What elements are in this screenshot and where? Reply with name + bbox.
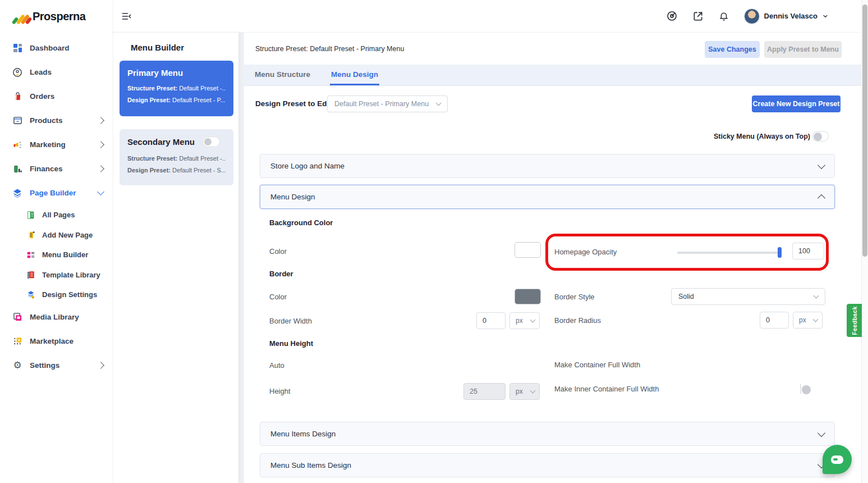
slider-handle[interactable] [778, 247, 782, 258]
save-changes-button[interactable]: Save Changes [705, 41, 760, 58]
menu-height-heading: Menu Height [269, 339, 313, 348]
page-builder-icon [12, 188, 22, 198]
sidebar-item-label: Leads [30, 68, 103, 76]
sidebar-item-dashboard[interactable]: Dashboard [0, 36, 112, 60]
panel-title: Menu Builder [112, 33, 238, 52]
border-style-select[interactable]: Solid [671, 288, 825, 305]
design-settings-icon [26, 290, 35, 299]
sticky-menu-label: Sticky Menu (Always on Top) [714, 133, 810, 140]
add-new-page-icon [26, 230, 35, 240]
notifications-bell-icon[interactable] [718, 11, 729, 22]
container-full-width-label: Make Container Full Width [554, 361, 640, 369]
sidebar-item-label: Marketing [30, 140, 91, 149]
homepage-opacity-input[interactable] [792, 243, 824, 259]
border-heading: Border [269, 270, 293, 278]
chevron-down-icon [436, 101, 442, 106]
design-preset-select[interactable]: Default Preset - Primary Menu [327, 95, 448, 112]
accordion-menu-sub-items-design[interactable]: Menu Sub Items Design [260, 453, 835, 477]
height-input[interactable] [463, 383, 506, 400]
accordion-menu-items-design[interactable]: Menu Items Design [260, 422, 835, 446]
topbar: Dennis Velasco [112, 0, 868, 33]
background-color-heading: Background Color [269, 218, 333, 227]
sidebar-item-label: Orders [30, 92, 103, 101]
sticky-menu-toggle[interactable] [812, 131, 829, 142]
scrollbar-track[interactable] [861, 0, 868, 483]
goals-icon[interactable] [666, 10, 678, 22]
sidebar-item-label: Settings [30, 361, 91, 370]
chevron-down-icon [530, 317, 536, 323]
sidebar-item-add-new-page[interactable]: Add New Page [0, 225, 112, 245]
border-width-input[interactable] [476, 312, 506, 329]
sidebar-item-label: Products [30, 116, 91, 125]
sidebar-item-label: Design Settings [42, 290, 103, 299]
user-name: Dennis Velasco [764, 12, 818, 20]
border-color-label: Color [269, 293, 287, 301]
sidebar-item-marketing[interactable]: Marketing [0, 133, 112, 157]
sidebar-item-template-library[interactable]: Template Library [0, 265, 112, 285]
brand-logo-icon [11, 9, 28, 24]
chat-widget-button[interactable] [823, 445, 852, 474]
border-radius-label: Border Radius [554, 316, 601, 325]
sidebar-item-label: Finances [30, 165, 91, 173]
secondary-menu-card[interactable]: Secondary Menu Structure Preset: Default… [120, 129, 233, 185]
accordion-store-logo[interactable]: Store Logo and Name [260, 154, 835, 178]
inner-container-full-width-label: Make Inner Container Full Width [554, 385, 659, 393]
design-preset-label: Design Preset to Edit [255, 99, 332, 108]
finances-icon [12, 164, 22, 174]
secondary-structure-preset: Structure Preset: Default Preset -... [127, 153, 226, 165]
chat-icon [831, 455, 843, 464]
accordion-menu-design[interactable]: Menu Design [260, 185, 835, 209]
marketplace-icon [12, 336, 22, 346]
background-color-label: Color [269, 247, 287, 256]
sidebar-collapse-button[interactable] [121, 11, 132, 22]
secondary-menu-toggle[interactable] [203, 136, 220, 147]
sidebar-item-page-builder[interactable]: Page Builder [0, 181, 112, 205]
sidebar-item-finances[interactable]: Finances [0, 157, 112, 181]
border-width-label: Border Width [269, 317, 312, 325]
external-link-icon[interactable] [692, 11, 704, 22]
chevron-right-icon [97, 117, 104, 124]
brand-logo[interactable]: Prosperna [0, 0, 112, 33]
sidebar-item-leads[interactable]: Leads [0, 60, 112, 84]
secondary-menu-title: Secondary Menu [127, 137, 195, 147]
height-unit-select[interactable]: px [509, 383, 540, 400]
sidebar-item-design-settings[interactable]: Design Settings [0, 285, 112, 305]
feedback-tab[interactable]: Feedback [847, 304, 862, 337]
sidebar-item-label: Page Builder [30, 189, 91, 197]
tab-bar: Menu Structure Menu Design [244, 65, 861, 86]
sidebar-item-media-library[interactable]: Media Library [0, 305, 112, 329]
border-radius-unit-select[interactable]: px [793, 312, 823, 329]
sidebar-item-settings[interactable]: ⚙ Settings [0, 353, 112, 377]
slider-track [677, 252, 780, 254]
chevron-down-icon [818, 429, 825, 436]
border-radius-input[interactable] [760, 312, 789, 329]
primary-structure-preset: Structure Preset: Default Preset -... [127, 83, 226, 94]
tab-menu-design[interactable]: Menu Design [330, 65, 379, 85]
secondary-design-preset: Design Preset: Default Preset - S... [127, 165, 226, 176]
chevron-right-icon [97, 362, 104, 369]
sidebar-item-marketplace[interactable]: Marketplace [0, 329, 112, 353]
tab-menu-structure[interactable]: Menu Structure [254, 65, 311, 85]
chevron-down-icon [813, 317, 819, 322]
sidebar-item-all-pages[interactable]: All Pages [0, 205, 112, 225]
sidebar-item-orders[interactable]: Orders [0, 84, 112, 108]
create-design-preset-button[interactable]: Create New Design Preset [752, 95, 841, 112]
user-menu[interactable]: Dennis Velasco [744, 8, 829, 24]
structure-preset-breadcrumb: Structure Preset: Default Preset - Prima… [255, 45, 404, 53]
auto-height-label: Auto [269, 361, 284, 370]
chevron-down-icon [818, 161, 825, 168]
sidebar-item-products[interactable]: Products [0, 108, 112, 133]
inner-container-full-width-toggle[interactable] [800, 384, 801, 394]
scrollbar-thumb[interactable] [862, 4, 867, 257]
primary-menu-card[interactable]: Primary Menu Structure Preset: Default P… [120, 61, 233, 116]
sidebar-item-menu-builder[interactable]: Menu Builder [0, 245, 112, 265]
homepage-opacity-label: Homepage Opacity [554, 248, 617, 256]
background-color-swatch[interactable] [515, 242, 541, 258]
chevron-up-icon [818, 194, 825, 202]
products-icon [12, 116, 22, 126]
border-color-swatch[interactable] [515, 289, 541, 304]
height-label: Height [269, 387, 291, 395]
border-width-unit-select[interactable]: px [509, 312, 540, 329]
homepage-opacity-slider[interactable] [677, 250, 780, 255]
apply-preset-button[interactable]: Apply Preset to Menu [764, 41, 842, 58]
